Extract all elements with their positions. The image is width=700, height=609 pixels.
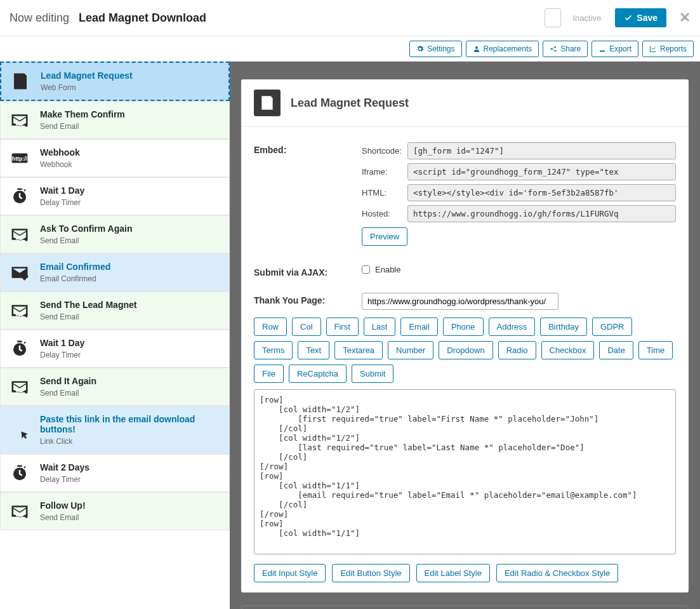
export-button[interactable]: Export: [591, 41, 638, 57]
step-title: Follow Up!: [40, 500, 86, 511]
field-button-phone[interactable]: Phone: [443, 318, 484, 336]
hosted-label: Hosted:: [362, 209, 406, 218]
timer-icon: [10, 186, 30, 206]
style-button[interactable]: Edit Button Style: [332, 564, 409, 582]
shortcode-input[interactable]: [407, 142, 676, 159]
webhook-icon: [10, 148, 30, 168]
step-title: Wait 2 Days: [40, 462, 89, 472]
ajax-enable-label: Enable: [375, 265, 400, 274]
status-label[interactable]: Inactive: [565, 10, 609, 27]
steps-sidebar: Lead Magnet Request Web Form Make Them C…: [0, 62, 230, 609]
step-item[interactable]: Wait 1 Day Delay Timer: [0, 177, 230, 215]
field-button-number[interactable]: Number: [388, 341, 433, 359]
ajax-enable-wrap[interactable]: Enable: [362, 265, 676, 274]
thankyou-input[interactable]: [362, 293, 558, 310]
html-input[interactable]: [407, 184, 676, 201]
form-icon: [254, 90, 281, 116]
mailcheck-icon: [10, 262, 30, 283]
style-button[interactable]: Edit Radio & Checkbox Style: [496, 564, 618, 582]
ajax-label: Submit via AJAX:: [254, 265, 362, 278]
replacements-button[interactable]: Replacements: [466, 41, 539, 57]
step-title: Send The Lead Magnet: [40, 300, 136, 310]
step-subtitle: Send Email: [40, 513, 86, 522]
step-subtitle: Email Confirmed: [40, 274, 110, 283]
settings-button[interactable]: Settings: [409, 41, 461, 57]
step-subtitle: Link Click: [40, 437, 220, 446]
step-title: Wait 1 Day: [40, 185, 84, 196]
field-button-terms[interactable]: Terms: [254, 341, 293, 359]
hosted-input[interactable]: [407, 205, 676, 222]
field-button-file[interactable]: File: [254, 365, 284, 383]
field-button-date[interactable]: Date: [599, 341, 633, 359]
step-subtitle: Web Form: [41, 83, 133, 92]
step-title: Lead Magnet Request: [41, 70, 133, 81]
step-subtitle: Send Email: [40, 122, 125, 131]
form-code-textarea[interactable]: [254, 389, 676, 554]
field-button-recaptcha[interactable]: ReCaptcha: [289, 365, 347, 383]
funnel-title[interactable]: Lead Magnet Download: [79, 11, 206, 24]
preview-button[interactable]: Preview: [362, 227, 407, 246]
step-subtitle: Send Email: [40, 236, 132, 245]
share-button[interactable]: Share: [543, 41, 588, 57]
status-color-box[interactable]: [545, 8, 561, 27]
step-item[interactable]: Lead Magnet Request Web Form: [0, 62, 230, 101]
field-button-last[interactable]: Last: [364, 318, 396, 336]
field-button-gdpr[interactable]: GDPR: [592, 318, 633, 336]
field-button-first[interactable]: First: [326, 318, 359, 336]
step-item[interactable]: Ask To Confirm Again Send Email: [0, 215, 230, 253]
iframe-label: Iframe:: [362, 167, 406, 177]
mail-icon: [10, 300, 30, 321]
step-title: Email Confirmed: [40, 262, 110, 272]
panel-header: Lead Magnet Request: [241, 79, 689, 127]
mail-icon: [10, 110, 30, 130]
field-button-address[interactable]: Address: [489, 318, 536, 336]
form-icon: [10, 71, 30, 91]
html-label: HTML:: [362, 188, 406, 197]
step-item[interactable]: Wait 1 Day Delay Timer: [0, 330, 230, 368]
field-button-email[interactable]: Email: [400, 318, 438, 336]
style-button[interactable]: Edit Label Style: [416, 564, 490, 582]
top-header: Now editing Lead Magnet Download Inactiv…: [0, 0, 700, 36]
step-item[interactable]: Wait 2 Days Delay Timer: [0, 454, 230, 492]
save-button[interactable]: Save: [615, 8, 666, 27]
step-item[interactable]: Send The Lead Magnet Send Email: [0, 291, 230, 330]
editor-area: Lead Magnet Request Embed: Shortcode: If…: [230, 62, 700, 609]
field-button-time[interactable]: Time: [638, 341, 673, 359]
step-title: Webhook: [40, 147, 80, 157]
field-button-radio[interactable]: Radio: [498, 341, 536, 359]
step-subtitle: Webhook: [40, 160, 80, 169]
step-item[interactable]: Follow Up! Send Email: [0, 492, 230, 530]
step-title: Send It Again: [40, 376, 96, 386]
step-subtitle: Delay Timer: [40, 198, 84, 207]
step-item[interactable]: Send It Again Send Email: [0, 368, 230, 406]
field-button-birthday[interactable]: Birthday: [540, 318, 587, 336]
style-button[interactable]: Edit Input Style: [254, 564, 326, 582]
panel-title: Lead Magnet Request: [291, 97, 409, 110]
step-item[interactable]: Webhook Webhook: [0, 139, 230, 177]
step-item[interactable]: Make Them Confirm Send Email: [0, 101, 230, 139]
ajax-checkbox[interactable]: [362, 265, 370, 274]
notes-textarea[interactable]: [241, 605, 689, 609]
style-buttons-bar: Edit Input StyleEdit Button StyleEdit La…: [254, 564, 676, 582]
close-icon[interactable]: ✕: [679, 10, 690, 26]
timer-icon: [10, 338, 30, 359]
step-title: Ask To Confirm Again: [40, 224, 132, 234]
mail-icon: [10, 377, 30, 397]
reports-button[interactable]: Reports: [642, 41, 694, 57]
field-button-dropdown[interactable]: Dropdown: [439, 341, 492, 359]
field-buttons-bar: RowColFirstLastEmailPhoneAddressBirthday…: [254, 318, 676, 383]
step-item[interactable]: Email Confirmed Email Confirmed: [0, 253, 230, 291]
field-button-text[interactable]: Text: [298, 341, 329, 359]
iframe-input[interactable]: [407, 163, 676, 180]
field-button-submit[interactable]: Submit: [352, 365, 393, 383]
field-button-row[interactable]: Row: [254, 318, 287, 336]
embed-label: Embed:: [254, 142, 362, 246]
action-toolbar: Settings Replacements Share Export Repor…: [0, 36, 700, 62]
field-button-textarea[interactable]: Textarea: [334, 341, 383, 359]
page-title-wrap: Now editing Lead Magnet Download: [10, 11, 545, 25]
field-button-col[interactable]: Col: [292, 318, 321, 336]
thankyou-label: Thank You Page:: [254, 293, 362, 310]
shortcode-label: Shortcode:: [362, 146, 406, 156]
step-item[interactable]: Paste this link in the email download bu…: [0, 406, 230, 454]
field-button-checkbox[interactable]: Checkbox: [541, 341, 595, 359]
